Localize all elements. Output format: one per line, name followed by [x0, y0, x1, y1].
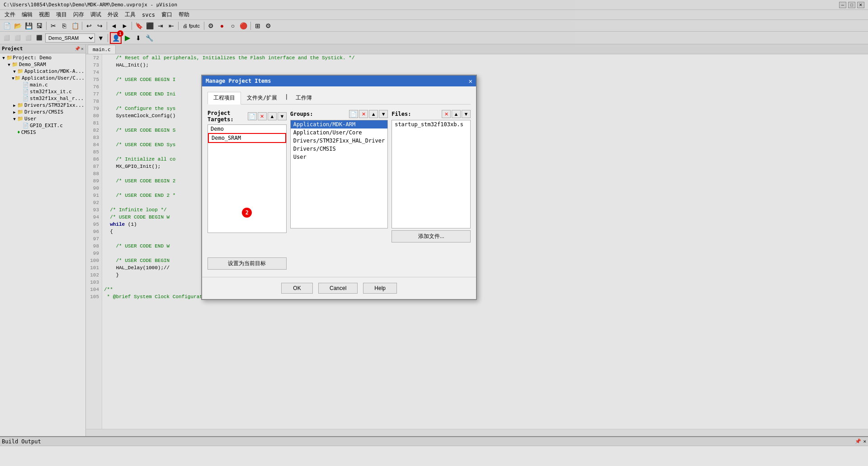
manage-project-dialog: Manage Project Items ✕ 工程项目 文件夹/扩展 | 工作簿…	[201, 75, 477, 300]
dialog-ok-btn[interactable]: OK	[281, 283, 313, 294]
set-target-btn[interactable]: 设置为当前目标	[208, 257, 287, 270]
modal-overlay: Manage Project Items ✕ 工程项目 文件夹/扩展 | 工作簿…	[0, 0, 868, 466]
files-btns: ✕ ▲ ▼	[442, 110, 471, 118]
targets-column: Project Targets: 📄 ✕ ▲ ▼ Demo Demo_SRAM	[208, 110, 287, 270]
dialog-title-bar: Manage Project Items ✕	[202, 76, 476, 86]
groups-column: Groups: 📄 ✕ ▲ ▼ Application/MDK-ARM Appl…	[290, 110, 388, 270]
groups-header: Groups: 📄 ✕ ▲ ▼	[290, 110, 388, 118]
dialog-title: Manage Project Items	[206, 78, 271, 84]
group-app-mdk[interactable]: Application/MDK-ARM	[291, 120, 387, 128]
tab-sep: |	[283, 92, 290, 104]
group-user[interactable]: User	[291, 153, 387, 161]
files-list: startup_stm32f103xb.s	[392, 120, 471, 228]
targets-label: Project Targets:	[208, 110, 248, 123]
files-column: Files: ✕ ▲ ▼ startup_stm32f103xb.s 添加文件.…	[392, 110, 471, 270]
badge2-indicator: 2	[242, 208, 252, 218]
dialog-tab-folder[interactable]: 文件夹/扩展	[241, 92, 283, 104]
targets-add-btn[interactable]: 📄	[248, 112, 257, 120]
dialog-tab-workbook[interactable]: 工作簿	[290, 92, 318, 104]
target-demo-sram[interactable]: Demo_SRAM	[208, 133, 286, 143]
group-app-user[interactable]: Application/User/Core	[291, 128, 387, 137]
targets-up-btn[interactable]: ▲	[268, 112, 277, 120]
dialog-body: 工程项目 文件夹/扩展 | 工作簿 Project Targets: 📄 ✕ ▲…	[202, 86, 476, 275]
groups-btns: 📄 ✕ ▲ ▼	[349, 110, 388, 118]
targets-del-btn[interactable]: ✕	[258, 112, 267, 120]
dialog-cancel-btn[interactable]: Cancel	[318, 283, 358, 294]
files-up-btn[interactable]: ▲	[452, 110, 461, 118]
groups-del-btn[interactable]: ✕	[359, 110, 368, 118]
files-del-btn[interactable]: ✕	[442, 110, 451, 118]
dialog-tab-project[interactable]: 工程项目	[208, 92, 241, 105]
targets-btns: 📄 ✕ ▲ ▼	[248, 112, 287, 120]
files-down-btn[interactable]: ▼	[462, 110, 471, 118]
files-label: Files:	[392, 111, 411, 117]
dialog-close-btn[interactable]: ✕	[469, 77, 472, 85]
add-file-btn[interactable]: 添加文件...	[392, 230, 471, 243]
groups-list: Application/MDK-ARM Application/User/Cor…	[290, 120, 388, 228]
dialog-help-btn[interactable]: Help	[363, 283, 397, 294]
group-drivers-stm32[interactable]: Drivers/STM32F1xx_HAL_Driver	[291, 137, 387, 145]
files-header: Files: ✕ ▲ ▼	[392, 110, 471, 118]
targets-down-btn[interactable]: ▼	[278, 112, 287, 120]
groups-label: Groups:	[290, 111, 313, 117]
dialog-columns: Project Targets: 📄 ✕ ▲ ▼ Demo Demo_SRAM	[208, 110, 471, 270]
groups-down-btn[interactable]: ▼	[379, 110, 388, 118]
group-drivers-cmsis[interactable]: Drivers/CMSIS	[291, 145, 387, 153]
groups-up-btn[interactable]: ▲	[369, 110, 378, 118]
dialog-footer: OK Cancel Help	[202, 277, 476, 299]
targets-header: Project Targets: 📄 ✕ ▲ ▼	[208, 110, 287, 123]
file-startup[interactable]: startup_stm32f103xb.s	[392, 120, 470, 128]
target-demo[interactable]: Demo	[208, 125, 286, 133]
groups-add-btn[interactable]: 📄	[349, 110, 358, 118]
dialog-tabs: 工程项目 文件夹/扩展 | 工作簿	[208, 92, 471, 105]
